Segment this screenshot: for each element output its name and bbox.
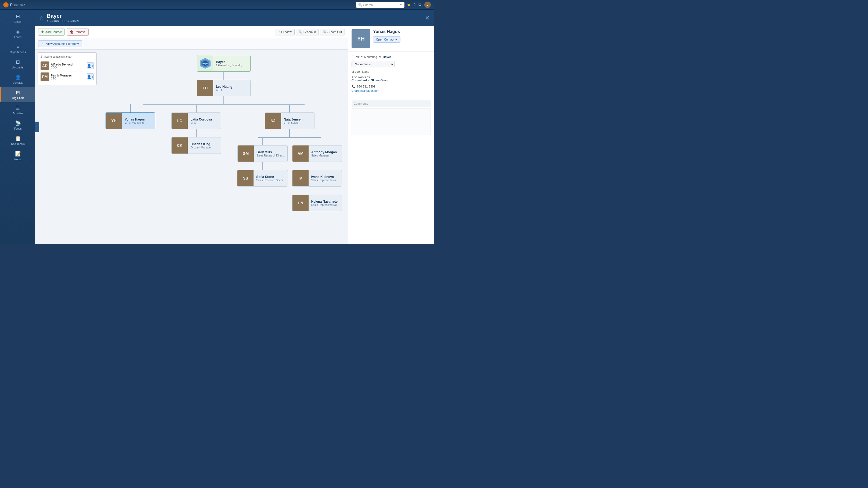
anthony-role: Sales Manager bbox=[311, 154, 337, 157]
zoom-in-button[interactable]: 🔍+ Zoom In bbox=[296, 29, 319, 35]
sidebar-item-feeds[interactable]: 📡 Feeds bbox=[0, 118, 35, 133]
favorites-icon[interactable]: ★ bbox=[407, 2, 411, 7]
app-logo: Pipeliner bbox=[3, 2, 25, 7]
detail-icon: ⊞ bbox=[16, 13, 20, 19]
relation-type-select[interactable]: Subordinate bbox=[351, 61, 395, 67]
sidebar-item-org-chart[interactable]: ⊞ Org Chart bbox=[0, 87, 35, 102]
helena-avatar: HN bbox=[292, 195, 309, 211]
gary-node[interactable]: GM Gary Mills Sales Research Direc... bbox=[238, 145, 288, 162]
org-chart-tree: Bayer Bayer 1 Green Hill, Orlando, ... bbox=[105, 55, 343, 211]
missing-person-alfredo: AD Alfredo Dellucci CDO 👤+ bbox=[40, 60, 94, 71]
yonas-avatar: YH bbox=[106, 113, 122, 129]
yonas-node[interactable]: YH Yonas Hagos VP of Marketing bbox=[105, 112, 155, 129]
sidebar-item-leads[interactable]: ◈ Leads bbox=[0, 26, 35, 41]
also-works-line: Also works as: Consultant at Skiles Grou… bbox=[351, 75, 431, 82]
add-patrik-button[interactable]: 👤+ bbox=[87, 73, 94, 80]
ceo-level: LH Lee Huang CEO bbox=[105, 80, 343, 96]
app-name: Pipeliner bbox=[10, 3, 25, 7]
open-contact-button[interactable]: Open Contact ▼ bbox=[373, 36, 400, 43]
gary-avatar: GM bbox=[238, 145, 254, 162]
alfredo-role: CDO bbox=[51, 66, 73, 69]
account-header-left: ☆ Bayer ACCOUNT: Org Chart bbox=[39, 13, 80, 23]
content-area: ☆ Bayer ACCOUNT: Org Chart ✕ ✚ Add Conta… bbox=[35, 10, 434, 244]
account-header: ☆ Bayer ACCOUNT: Org Chart ✕ bbox=[35, 10, 434, 26]
ivana-role: Sales Representative bbox=[311, 179, 337, 182]
charles-role: Account Manager bbox=[190, 146, 211, 149]
sidebar-item-notes[interactable]: 📝 Notes bbox=[0, 148, 35, 163]
search-dropdown-icon[interactable]: ▼ bbox=[400, 3, 402, 6]
contact-email[interactable]: y.hargos@bayer.com bbox=[351, 89, 431, 92]
ceo-node[interactable]: LH Lee Huang CEO bbox=[197, 80, 251, 96]
sofia-name: Sofia Stone bbox=[256, 175, 285, 179]
org-main: ✚ Add Contact 🗑 Remove ⊞ Fit View bbox=[35, 26, 348, 244]
latia-node[interactable]: LC Latia Cordova CFO bbox=[172, 112, 221, 129]
bayer-logo-container: Bayer bbox=[197, 55, 213, 71]
remove-button[interactable]: 🗑 Remove bbox=[67, 28, 89, 36]
helena-node[interactable]: HN Helena Navarrete Sales Representative bbox=[292, 195, 342, 211]
sofia-node[interactable]: SS Sofia Stone Sales Research Speci... bbox=[237, 170, 288, 187]
phone-icon: 📞 bbox=[351, 85, 355, 88]
user-avatar[interactable]: U bbox=[424, 2, 431, 8]
helena-name: Helena Navarrete bbox=[311, 200, 338, 203]
comments-section: Comments bbox=[348, 98, 434, 137]
leads-icon: ◈ bbox=[16, 29, 20, 35]
helena-role: Sales Representative bbox=[311, 203, 338, 206]
role-icon: ⊞ bbox=[351, 55, 354, 59]
ceo-role: CEO bbox=[216, 89, 232, 92]
sidebar-item-accounts[interactable]: ⊟ Accounts bbox=[0, 56, 35, 72]
right-panel: YH Yonas Hagos Open Contact ▼ ⊞ VP of Ma… bbox=[348, 26, 434, 244]
feeds-icon: 📡 bbox=[15, 120, 21, 126]
sidebar-item-detail[interactable]: ⊞ Detail bbox=[0, 11, 35, 26]
l2-level: YH Yonas Hagos VP of Marketing bbox=[105, 104, 343, 211]
hierarchy-toolbar: ← View Accounts Hierarchy bbox=[35, 38, 348, 50]
zoom-in-icon: 🔍+ bbox=[299, 30, 304, 34]
root-node-bayer[interactable]: Bayer Bayer 1 Green Hill, Orlando, ... bbox=[197, 55, 251, 72]
l3-v1 bbox=[262, 137, 263, 145]
naja-branch: NJ Naja Jensen VP of Sales bbox=[237, 104, 342, 211]
patrik-role: CTO bbox=[51, 77, 72, 80]
svg-text:Bayer: Bayer bbox=[203, 63, 208, 65]
comments-area[interactable] bbox=[351, 108, 431, 135]
notes-icon: 📝 bbox=[15, 151, 21, 157]
ivana-node[interactable]: IK Ivana Kleinova Sales Representative bbox=[292, 170, 342, 187]
close-button[interactable]: ✕ bbox=[425, 15, 430, 21]
charles-node[interactable]: CK Charles King Account Manager bbox=[172, 137, 221, 154]
add-alfredo-button[interactable]: 👤+ bbox=[87, 62, 94, 69]
zoom-out-button[interactable]: 🔍- Zoom Out bbox=[320, 29, 345, 35]
sidebar-label-opportunities: Opportunities bbox=[10, 51, 26, 54]
gary-name: Gary Mills bbox=[256, 150, 285, 154]
sidebar-item-documents[interactable]: 📋 Documents bbox=[0, 133, 35, 148]
anthony-name: Anthony Morgan bbox=[311, 150, 337, 154]
sidebar-item-activities[interactable]: ≣ Activities bbox=[0, 102, 35, 118]
alfredo-name: Alfredo Dellucci bbox=[51, 63, 73, 66]
l2-v1 bbox=[130, 104, 131, 112]
documents-icon: 📋 bbox=[15, 135, 21, 141]
ivana-avatar: IK bbox=[292, 170, 309, 186]
contacts-icon: 👤 bbox=[15, 74, 21, 80]
help-icon[interactable]: ? bbox=[413, 2, 415, 7]
bayer-logo-svg: Bayer bbox=[198, 57, 212, 70]
toolbar-left: ✚ Add Contact 🗑 Remove bbox=[38, 28, 89, 36]
sidebar-collapse-arrow[interactable]: › bbox=[35, 122, 39, 132]
ivana-to-helena-line bbox=[317, 187, 317, 195]
fit-view-button[interactable]: ⊞ Fit View bbox=[275, 29, 294, 35]
settings-icon[interactable]: ⚙ bbox=[418, 2, 422, 7]
sidebar-label-feeds: Feeds bbox=[14, 127, 22, 130]
org-area: ✚ Add Contact 🗑 Remove ⊞ Fit View bbox=[35, 26, 434, 244]
naja-node[interactable]: NJ Naja Jensen VP of Sales bbox=[265, 112, 314, 129]
sidebar-item-opportunities[interactable]: ≡ Opportunities bbox=[0, 41, 35, 56]
sidebar: ⊞ Detail ◈ Leads ≡ Opportunities ⊟ Accou… bbox=[0, 10, 35, 244]
topbar-right: 🔍 ▼ ★ ? ⚙ U bbox=[356, 2, 431, 8]
sidebar-label-documents: Documents bbox=[11, 142, 25, 145]
view-hierarchy-button[interactable]: ← View Accounts Hierarchy bbox=[38, 40, 82, 47]
charles-avatar: CK bbox=[172, 137, 188, 154]
sidebar-label-accounts: Accounts bbox=[12, 66, 23, 69]
org-toolbar: ✚ Add Contact 🗑 Remove ⊞ Fit View bbox=[35, 26, 348, 38]
anthony-node[interactable]: AM Anthony Morgan Sales Manager bbox=[292, 145, 342, 162]
account-favorite-btn[interactable]: ☆ bbox=[39, 15, 43, 21]
add-contact-button[interactable]: ✚ Add Contact bbox=[38, 28, 65, 36]
l3-v2 bbox=[317, 137, 317, 145]
search-input[interactable] bbox=[363, 3, 399, 6]
search-box[interactable]: 🔍 ▼ bbox=[356, 2, 404, 8]
sidebar-item-contacts[interactable]: 👤 Contacts bbox=[0, 72, 35, 87]
